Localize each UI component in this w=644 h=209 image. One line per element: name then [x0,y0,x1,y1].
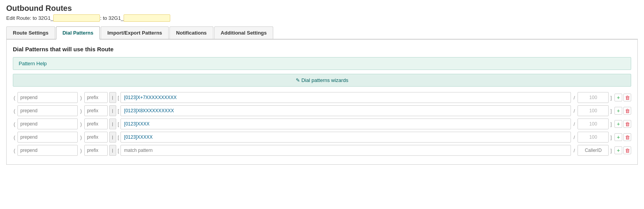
prefix-input-3[interactable] [84,132,108,143]
dial-row: ( ) | [ / ] + 🗑 [13,118,631,129]
slash-3: / [572,134,576,140]
action-btns-1: + 🗑 [613,107,631,115]
add-row-button-4[interactable]: + [614,146,622,154]
prepend-input-3[interactable] [17,132,78,143]
dial-rows-container: ( ) | [ / ] + 🗑 ( ) | [ / ] + 🗑 ( ) [13,92,631,156]
bracket-open-3: [ [118,134,119,140]
prepend-input-0[interactable] [17,92,78,103]
open-paren-0: ( [13,95,16,101]
pipe-button-1[interactable]: | [109,105,116,116]
prefix-input-2[interactable] [84,118,108,129]
bracket-open-2: [ [118,121,119,127]
open-paren-1: ( [13,108,16,114]
prefix-input-1[interactable] [84,105,108,116]
pattern-input-0[interactable] [120,92,571,103]
prefix-input-4[interactable] [84,145,108,156]
content-area: Dial Patterns that will use this Route P… [6,40,638,165]
delete-row-button-0[interactable]: 🗑 [623,94,631,101]
bracket-close-0: ] [610,95,612,101]
edit-route-highlight1 [53,14,100,22]
pipe-button-3[interactable]: | [109,132,116,143]
prepend-input-4[interactable] [17,145,78,156]
slash-1: / [572,108,576,114]
pattern-input-3[interactable] [120,132,571,143]
close-paren-1: ) [79,108,82,114]
add-row-button-3[interactable]: + [614,133,622,141]
tab-additional-settings[interactable]: Additional Settings [214,26,273,39]
tabs-container: Route Settings Dial Patterns Import/Expo… [6,26,638,40]
open-paren-4: ( [13,148,16,153]
pipe-button-2[interactable]: | [109,118,116,129]
dial-row: ( ) | [ / ] + 🗑 [13,145,631,156]
close-paren-3: ) [79,134,82,140]
callerid-input-3[interactable] [578,132,609,143]
callerid-input-0[interactable] [578,92,609,103]
pattern-input-4[interactable] [120,145,571,156]
close-paren-2: ) [79,121,82,127]
slash-4: / [572,148,576,153]
prepend-input-2[interactable] [17,118,78,129]
edit-route-highlight2 [124,14,170,22]
dial-row: ( ) | [ / ] + 🗑 [13,105,631,116]
wizard-bar[interactable]: ✎ Dial patterns wizards [13,74,631,87]
bracket-close-3: ] [610,134,612,140]
action-btns-0: + 🗑 [613,94,631,101]
delete-row-button-1[interactable]: 🗑 [623,107,631,115]
page-title: Outbound Routes [6,4,638,13]
prepend-input-1[interactable] [17,105,78,116]
bracket-open-1: [ [118,108,119,114]
bracket-open-4: [ [118,148,119,153]
wizard-label: ✎ Dial patterns wizards [296,77,348,83]
add-row-button-0[interactable]: + [614,94,622,101]
tab-notifications[interactable]: Notifications [169,26,213,39]
action-btns-3: + 🗑 [613,133,631,141]
edit-route-line: Edit Route: to 32G1_ : to 32G1_ [6,14,638,22]
slash-0: / [572,95,576,101]
bracket-close-2: ] [610,121,612,127]
pattern-input-1[interactable] [120,105,571,116]
bracket-close-1: ] [610,108,612,114]
callerid-input-4[interactable] [578,145,609,156]
callerid-input-2[interactable] [578,118,609,129]
dial-row: ( ) | [ / ] + 🗑 [13,132,631,143]
action-btns-4: + 🗑 [613,146,631,154]
section-title: Dial Patterns that will use this Route [13,46,631,52]
pattern-input-2[interactable] [120,118,571,129]
callerid-input-1[interactable] [578,105,609,116]
delete-row-button-4[interactable]: 🗑 [623,146,631,154]
open-paren-3: ( [13,134,16,140]
delete-row-button-3[interactable]: 🗑 [623,133,631,141]
pattern-help-bar[interactable]: Pattern Help [13,57,631,70]
tab-route-settings[interactable]: Route Settings [6,26,55,39]
prefix-input-0[interactable] [84,92,108,103]
action-btns-2: + 🗑 [613,120,631,128]
edit-route-prefix: Edit Route: to 32G1_ [6,15,53,21]
edit-route-middle: : to 32G1_ [100,15,124,21]
slash-2: / [572,121,576,127]
bracket-close-4: ] [610,148,612,153]
close-paren-0: ) [79,95,82,101]
delete-row-button-2[interactable]: 🗑 [623,120,631,128]
pipe-button-4[interactable]: | [109,145,116,156]
bracket-open-0: [ [118,95,119,101]
pipe-button-0[interactable]: | [109,92,116,103]
open-paren-2: ( [13,121,16,127]
close-paren-4: ) [79,148,82,153]
tab-import-export[interactable]: Import/Export Patterns [101,26,169,39]
add-row-button-2[interactable]: + [614,120,622,128]
dial-row: ( ) | [ / ] + 🗑 [13,92,631,103]
add-row-button-1[interactable]: + [614,107,622,115]
pattern-help-label: Pattern Help [19,61,47,66]
tab-dial-patterns[interactable]: Dial Patterns [56,26,100,40]
